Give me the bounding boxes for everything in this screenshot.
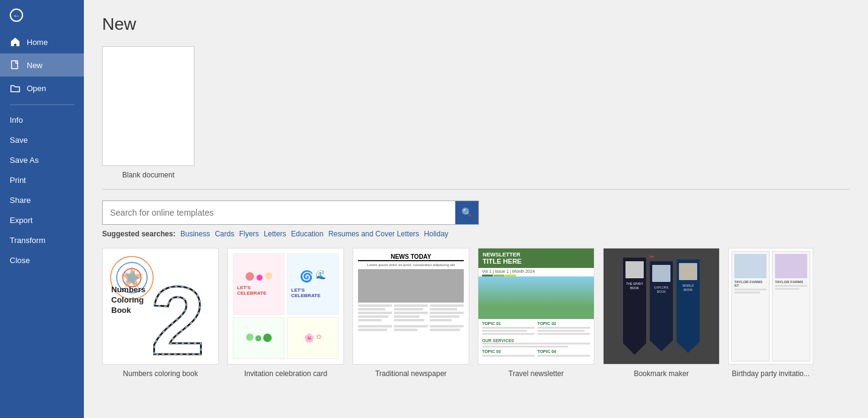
templates-grid: NumbersColoringBook 2 2 Numbers coloring… — [102, 248, 850, 378]
template-birthday-invitation[interactable]: TAYLOR FARMS ST TAYLOR FARMS Birthday pa… — [728, 248, 813, 378]
travel-newsletter-label: Travel newsletter — [478, 369, 594, 378]
suggested-searches: Suggested searches: Business Cards Flyer… — [102, 230, 850, 238]
ncb-title-text: NumbersColoringBook — [111, 285, 145, 316]
suggested-letters[interactable]: Letters — [264, 230, 286, 238]
back-button[interactable]: ← — [0, 0, 84, 30]
section-divider — [102, 189, 850, 190]
sidebar-nav: Home New Open — [0, 30, 84, 100]
home-icon — [10, 36, 21, 47]
search-input[interactable] — [103, 203, 455, 222]
sidebar-item-save[interactable]: Save — [0, 130, 84, 150]
bookmark-maker-label: Bookmark maker — [603, 369, 720, 378]
back-icon: ← — [10, 9, 23, 22]
sidebar-item-print[interactable]: Print — [0, 170, 84, 190]
template-newspaper[interactable]: NEWS TODAY Lorem ipsum dolor sit amet, c… — [353, 248, 469, 378]
sidebar-item-save-as[interactable]: Save As — [0, 150, 84, 170]
template-travel-newsletter[interactable]: NEWSLETTERTITLE HERE Vol 1|Issue 1|Month… — [478, 248, 594, 378]
main-content: New Blank document 🔍 Suggested searches:… — [84, 0, 868, 418]
suggested-resumes[interactable]: Resumes and Cover Letters — [328, 230, 419, 238]
open-folder-icon — [10, 83, 21, 94]
newspaper-thumb: NEWS TODAY Lorem ipsum dolor sit amet, c… — [353, 248, 469, 365]
page-title: New — [102, 15, 850, 34]
numbers-coloring-book-label: Numbers coloring book — [102, 369, 219, 378]
suggested-education[interactable]: Education — [291, 230, 323, 238]
svg-rect-0 — [12, 61, 18, 69]
newspaper-label: Traditional newspaper — [353, 369, 469, 378]
suggested-flyers[interactable]: Flyers — [239, 230, 259, 238]
sidebar-item-new-label: New — [27, 61, 43, 70]
invitation-card-thumb: LET'S CELEBRATE 🌀 🌊 LET'S CELEBRATE — [227, 248, 344, 365]
suggested-cards[interactable]: Cards — [215, 230, 234, 238]
sidebar-item-transform[interactable]: Transform — [0, 230, 84, 250]
birthday-invitation-label: Birthday party invitatio... — [728, 369, 813, 378]
sidebar-divider — [10, 104, 74, 105]
suggested-business[interactable]: Business — [181, 230, 210, 238]
travel-newsletter-thumb: NEWSLETTERTITLE HERE Vol 1|Issue 1|Month… — [478, 248, 594, 365]
suggested-label: Suggested searches: — [102, 230, 176, 238]
sidebar-item-export[interactable]: Export — [0, 210, 84, 230]
sidebar-text-nav: Info Save Save As Print Share Export Tra… — [0, 110, 84, 270]
template-invitation-card[interactable]: LET'S CELEBRATE 🌀 🌊 LET'S CELEBRATE — [227, 248, 344, 378]
blank-document-label: Blank document — [102, 171, 195, 179]
new-document-icon — [10, 60, 21, 70]
invitation-card-label: Invitation celebration card — [227, 369, 344, 378]
sidebar-item-share[interactable]: Share — [0, 190, 84, 210]
sidebar-item-new[interactable]: New — [0, 53, 84, 77]
suggested-holiday[interactable]: Holiday — [424, 230, 449, 238]
template-numbers-coloring-book[interactable]: NumbersColoringBook 2 2 Numbers coloring… — [102, 248, 219, 378]
search-button[interactable]: 🔍 — [455, 201, 478, 224]
blank-doc-section: Blank document — [102, 46, 850, 179]
sidebar-item-home-label: Home — [27, 38, 48, 47]
search-section: 🔍 Suggested searches: Business Cards Fly… — [102, 200, 850, 238]
svg-text:2: 2 — [151, 266, 205, 360]
blank-document-thumb[interactable] — [102, 46, 195, 166]
numbers-coloring-book-thumb: NumbersColoringBook 2 2 — [102, 248, 219, 365]
template-bookmark-maker[interactable]: THE SPIRITBOOK EXPLOREBOOK WORLDBOOK ✂ — [603, 248, 720, 378]
sidebar-item-open-label: Open — [27, 84, 46, 93]
sidebar-item-home[interactable]: Home — [0, 30, 84, 53]
search-bar: 🔍 — [102, 200, 479, 225]
search-icon: 🔍 — [461, 207, 473, 218]
birthday-invitation-thumb: TAYLOR FARMS ST TAYLOR FARMS — [728, 248, 813, 365]
sidebar-item-close[interactable]: Close — [0, 250, 84, 270]
sidebar: ← Home New — [0, 0, 84, 418]
sidebar-item-open[interactable]: Open — [0, 77, 84, 100]
sidebar-item-info[interactable]: Info — [0, 110, 84, 130]
bookmark-maker-thumb: THE SPIRITBOOK EXPLOREBOOK WORLDBOOK ✂ — [603, 248, 720, 365]
